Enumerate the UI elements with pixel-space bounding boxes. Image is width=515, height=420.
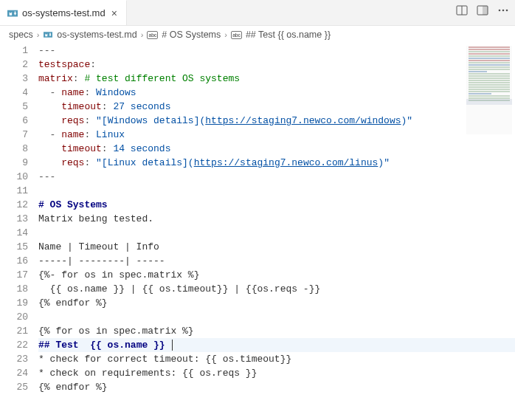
code-line: testspace: <box>38 58 515 72</box>
chevron-right-icon: › <box>224 30 227 39</box>
code-line: timeout: 14 seconds <box>38 142 515 156</box>
code-line-active: ## Test {{ os.name }} <box>38 338 515 352</box>
code-line: {%- for os in spec.matrix %} <box>38 268 515 282</box>
code-line: {% endfor %} <box>38 296 515 310</box>
line-number: 19 <box>0 296 28 310</box>
svg-point-5 <box>502 10 505 12</box>
breadcrumb[interactable]: specs › os-systems-test.md › abc # OS Sy… <box>0 26 515 44</box>
code-line: * check on requirements: {{ os.reqs }} <box>38 366 515 380</box>
minimap[interactable] <box>466 46 512 134</box>
line-number: 20 <box>0 310 28 324</box>
line-number: 4 <box>0 86 28 100</box>
line-number: 14 <box>0 226 28 240</box>
code-line <box>38 184 515 198</box>
markdown-icon <box>7 8 18 18</box>
code-line <box>38 310 515 324</box>
code-line: --- <box>38 170 515 184</box>
line-number: 7 <box>0 128 28 142</box>
chevron-right-icon: › <box>141 30 144 39</box>
line-number: 3 <box>0 72 28 86</box>
open-preview-icon[interactable] <box>456 4 468 16</box>
text-cursor <box>172 340 173 351</box>
code-line: {% endfor %} <box>38 380 515 394</box>
markdown-icon <box>43 30 53 39</box>
split-editor-icon[interactable] <box>477 4 488 16</box>
editor-area[interactable]: 1234567891011121314151617181920212223242… <box>0 44 515 420</box>
line-number: 2 <box>0 58 28 72</box>
code-line: --- <box>38 44 515 58</box>
code-line: * check for correct timeout: {{ os.timeo… <box>38 352 515 366</box>
code-line <box>38 226 515 240</box>
code-line: Name | Timeout | Info <box>38 240 515 254</box>
symbol-string-icon: abc <box>147 31 158 39</box>
line-number: 22 <box>0 338 28 352</box>
line-number: 16 <box>0 254 28 268</box>
line-number: 6 <box>0 114 28 128</box>
code-line: Matrix being tested. <box>38 212 515 226</box>
svg-point-4 <box>499 10 501 12</box>
symbol-string-icon: abc <box>231 31 242 39</box>
code-line: {% for os in spec.matrix %} <box>38 324 515 338</box>
tab-active[interactable]: os-systems-test.md × <box>0 0 127 25</box>
line-number: 13 <box>0 212 28 226</box>
code-line: # OS Systems <box>38 198 515 212</box>
code-line: timeout: 27 seconds <box>38 100 515 114</box>
code-line: matrix: # test different OS systems <box>38 72 515 86</box>
code-line: -----| --------| ----- <box>38 254 515 268</box>
tab-filename: os-systems-test.md <box>22 7 106 18</box>
svg-rect-3 <box>483 6 488 15</box>
code-line: - name: Linux <box>38 128 515 142</box>
chevron-right-icon: › <box>37 30 40 39</box>
code-line: reqs: "[Windows details](https://staging… <box>38 114 515 128</box>
line-number: 12 <box>0 198 28 212</box>
breadcrumb-section-2[interactable]: ## Test {{ os.name }} <box>246 30 331 40</box>
line-number: 21 <box>0 324 28 338</box>
line-number-gutter: 1234567891011121314151617181920212223242… <box>0 44 38 420</box>
close-icon[interactable]: × <box>110 8 119 18</box>
code-line: {{ os.name }} | {{ os.timeout}} | {{os.r… <box>38 282 515 296</box>
line-number: 25 <box>0 380 28 394</box>
line-number: 24 <box>0 366 28 380</box>
line-number: 15 <box>0 240 28 254</box>
tab-bar: os-systems-test.md × <box>0 0 515 26</box>
line-number: 23 <box>0 352 28 366</box>
breadcrumb-file[interactable]: os-systems-test.md <box>57 30 136 40</box>
more-actions-icon[interactable] <box>497 4 509 16</box>
editor-actions <box>456 4 509 16</box>
line-number: 10 <box>0 170 28 184</box>
breadcrumb-folder[interactable]: specs <box>9 30 33 40</box>
breadcrumb-section-1[interactable]: # OS Systems <box>162 30 221 40</box>
svg-point-6 <box>506 10 508 12</box>
line-number: 18 <box>0 282 28 296</box>
code-line: reqs: "[Linux details](https://staging7.… <box>38 156 515 170</box>
line-number: 17 <box>0 268 28 282</box>
code-line: - name: Windows <box>38 86 515 100</box>
line-number: 8 <box>0 142 28 156</box>
line-number: 9 <box>0 156 28 170</box>
line-number: 5 <box>0 100 28 114</box>
code-content[interactable]: --- testspace: matrix: # test different … <box>38 44 515 420</box>
line-number: 1 <box>0 44 28 58</box>
line-number: 11 <box>0 184 28 198</box>
